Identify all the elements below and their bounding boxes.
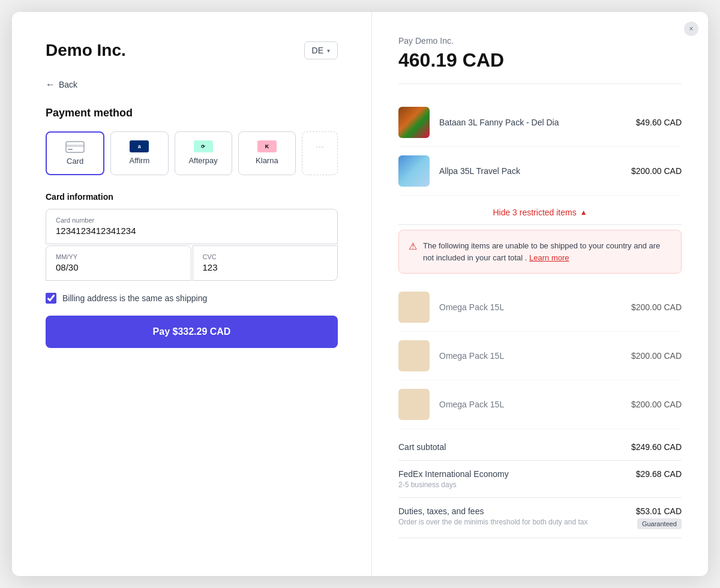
- lang-selector-value: DE: [312, 46, 323, 55]
- summary-left-1: FedEx International Economy 2-5 business…: [398, 469, 509, 489]
- expiry-label: MM/YY: [56, 253, 181, 260]
- method-card-button[interactable]: Card: [46, 131, 104, 175]
- restricted-items-toggle[interactable]: Hide 3 restricted items ▲: [398, 200, 682, 225]
- restricted-item-0: Omega Pack 15L $200.00 CAD: [398, 283, 682, 332]
- close-button[interactable]: ×: [684, 22, 698, 36]
- summary-sub-1: 2-5 business days: [398, 481, 509, 489]
- billing-same-label: Billing address is the same as shipping: [62, 293, 207, 303]
- summary-label-1: FedEx International Economy: [398, 469, 509, 479]
- restricted-item-image-1: [398, 340, 430, 371]
- header-row: Demo Inc. DE ▾: [46, 41, 338, 60]
- cvc-input[interactable]: [203, 262, 328, 272]
- svg-rect-2: [68, 149, 73, 150]
- method-more-button[interactable]: ···: [302, 131, 338, 175]
- expiry-input[interactable]: [56, 262, 181, 272]
- afterpay-icon: ⟳: [194, 140, 213, 152]
- item-price-1: $200.00 CAD: [631, 166, 682, 176]
- method-affirm-label: Affirm: [130, 156, 150, 165]
- cvc-field[interactable]: CVC: [193, 245, 338, 281]
- method-afterpay-button[interactable]: ⟳ Afterpay: [175, 131, 232, 175]
- method-klarna-label: Klarna: [256, 156, 278, 165]
- restricted-item-price-1: $200.00 CAD: [631, 351, 682, 361]
- summary-row-1: FedEx International Economy 2-5 business…: [398, 461, 682, 498]
- summary-right-2: $53.01 CAD Guaranteed: [636, 506, 682, 529]
- affirm-icon: a: [130, 140, 149, 152]
- left-panel: Demo Inc. DE ▾ ← Back Payment method: [12, 12, 372, 576]
- close-icon: ×: [689, 25, 693, 33]
- restricted-item-price-0: $200.00 CAD: [631, 302, 682, 312]
- more-icon: ···: [310, 140, 329, 152]
- back-link[interactable]: ← Back: [46, 79, 338, 90]
- order-item-0: Bataan 3L Fanny Pack - Del Dia $49.60 CA…: [398, 98, 682, 147]
- restricted-item-price-2: $200.00 CAD: [631, 400, 682, 409]
- lang-selector-button[interactable]: DE ▾: [304, 41, 338, 59]
- card-number-field[interactable]: Card number: [46, 209, 338, 244]
- pay-button[interactable]: Pay $332.29 CAD: [46, 316, 338, 348]
- summary-sub-2: Order is over the de minimis threshold f…: [398, 518, 588, 526]
- card-icon: [65, 141, 85, 153]
- expiry-field[interactable]: MM/YY: [46, 245, 191, 281]
- payment-methods: Card a Affirm ⟳ Afterpay K Klarna: [46, 131, 338, 175]
- card-expiry-cvc-row: MM/YY CVC: [46, 245, 338, 281]
- card-number-input[interactable]: [56, 226, 328, 236]
- svg-rect-1: [66, 145, 84, 147]
- summary-label-2: Duties, taxes, and fees: [398, 506, 588, 516]
- payment-method-title: Payment method: [46, 107, 338, 119]
- chevron-down-icon: ▾: [327, 47, 330, 54]
- order-item-1: Allpa 35L Travel Pack $200.00 CAD: [398, 147, 682, 196]
- right-panel: × Pay Demo Inc. 460.19 CAD Bataan 3L Fan…: [372, 12, 708, 576]
- total-amount: 460.19 CAD: [398, 49, 682, 84]
- item-image-1: [398, 155, 430, 187]
- alert-text: The following items are unable to be shi…: [423, 240, 671, 263]
- restricted-item-2: Omega Pack 15L $200.00 CAD: [398, 380, 682, 429]
- summary-value-1: $29.68 CAD: [636, 469, 682, 479]
- guaranteed-badge: Guaranteed: [637, 518, 682, 529]
- summary-value-0: $249.60 CAD: [631, 442, 682, 452]
- method-card-label: Card: [67, 157, 83, 166]
- klarna-icon: K: [257, 140, 277, 152]
- summary-label-0: Cart subtotal: [398, 442, 446, 452]
- restricted-item-1: Omega Pack 15L $200.00 CAD: [398, 332, 682, 380]
- alert-icon: ⚠: [409, 241, 417, 252]
- card-info-title: Card information: [46, 192, 338, 202]
- item-name-1: Allpa 35L Travel Pack: [439, 166, 622, 176]
- restricted-item-name-2: Omega Pack 15L: [439, 400, 622, 409]
- order-items: Bataan 3L Fanny Pack - Del Dia $49.60 CA…: [398, 98, 682, 196]
- summary-value-2: $53.01 CAD: [636, 506, 682, 516]
- cvc-label: CVC: [203, 253, 328, 260]
- company-name: Demo Inc.: [46, 41, 126, 60]
- restricted-item-image-2: [398, 389, 430, 420]
- item-price-0: $49.60 CAD: [636, 118, 682, 127]
- item-image-0: [398, 107, 430, 138]
- method-affirm-button[interactable]: a Affirm: [110, 131, 168, 175]
- method-afterpay-label: Afterpay: [188, 156, 217, 165]
- restricted-item-name-1: Omega Pack 15L: [439, 351, 622, 361]
- back-link-label: Back: [59, 80, 77, 89]
- method-klarna-button[interactable]: K Klarna: [238, 131, 296, 175]
- restricted-items-list: Omega Pack 15L $200.00 CAD Omega Pack 15…: [398, 283, 682, 429]
- restricted-toggle-label: Hide 3 restricted items: [493, 208, 576, 217]
- pay-to-label: Pay Demo Inc.: [398, 36, 682, 46]
- item-name-0: Bataan 3L Fanny Pack - Del Dia: [439, 118, 626, 127]
- summary-row-2: Duties, taxes, and fees Order is over th…: [398, 498, 682, 538]
- modal-wrapper: Demo Inc. DE ▾ ← Back Payment method: [12, 12, 708, 576]
- summary-row-0: Cart subtotal $249.60 CAD: [398, 434, 682, 461]
- restricted-item-image-0: [398, 292, 430, 323]
- card-fields: Card number MM/YY CVC: [46, 209, 338, 281]
- chevron-up-icon: ▲: [580, 208, 587, 217]
- learn-more-link[interactable]: Learn more: [529, 253, 569, 262]
- summary-left-2: Duties, taxes, and fees Order is over th…: [398, 506, 588, 526]
- restricted-item-name-0: Omega Pack 15L: [439, 302, 622, 312]
- back-arrow-icon: ←: [46, 79, 55, 90]
- card-number-label: Card number: [56, 217, 328, 224]
- billing-address-checkbox-row: Billing address is the same as shipping: [46, 293, 338, 304]
- billing-same-checkbox[interactable]: [46, 293, 56, 304]
- restricted-alert: ⚠ The following items are unable to be s…: [398, 230, 682, 274]
